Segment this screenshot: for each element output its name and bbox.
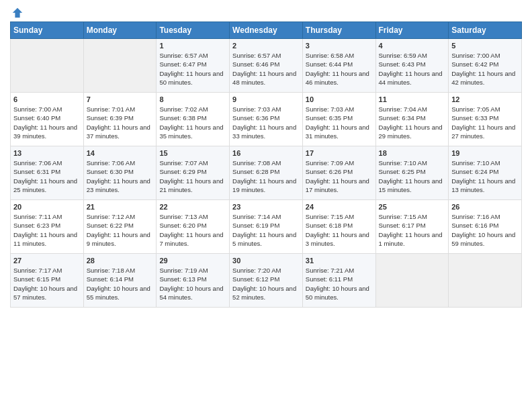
header-row: SundayMondayTuesdayWednesdayThursdayFrid… <box>11 22 522 39</box>
day-number: 26 <box>451 203 519 211</box>
day-info: Sunrise: 7:10 AM Sunset: 6:25 PM Dayligh… <box>379 158 446 194</box>
calendar-cell <box>11 39 84 93</box>
header-cell-monday: Monday <box>83 22 157 39</box>
calendar-cell: 2Sunrise: 6:57 AM Sunset: 6:46 PM Daylig… <box>230 39 303 93</box>
day-number: 3 <box>306 42 373 50</box>
day-number: 1 <box>159 42 226 50</box>
day-number: 29 <box>159 257 226 265</box>
day-info: Sunrise: 7:19 AM Sunset: 6:13 PM Dayligh… <box>159 266 226 302</box>
day-number: 27 <box>13 257 81 265</box>
calendar-cell: 21Sunrise: 7:12 AM Sunset: 6:22 PM Dayli… <box>83 200 157 254</box>
day-info: Sunrise: 6:58 AM Sunset: 6:44 PM Dayligh… <box>306 51 373 87</box>
day-info: Sunrise: 7:12 AM Sunset: 6:22 PM Dayligh… <box>87 212 154 248</box>
calendar-cell: 11Sunrise: 7:04 AM Sunset: 6:34 PM Dayli… <box>375 93 449 146</box>
day-info: Sunrise: 7:16 AM Sunset: 6:16 PM Dayligh… <box>451 212 519 248</box>
calendar-cell: 14Sunrise: 7:06 AM Sunset: 6:30 PM Dayli… <box>83 146 157 200</box>
day-number: 2 <box>232 42 300 50</box>
day-info: Sunrise: 7:13 AM Sunset: 6:20 PM Dayligh… <box>159 212 226 248</box>
calendar-cell: 24Sunrise: 7:15 AM Sunset: 6:18 PM Dayli… <box>302 200 375 254</box>
day-number: 15 <box>159 149 226 157</box>
calendar-cell: 13Sunrise: 7:06 AM Sunset: 6:31 PM Dayli… <box>11 146 84 200</box>
day-info: Sunrise: 7:00 AM Sunset: 6:40 PM Dayligh… <box>13 105 81 140</box>
week-row-2: 13Sunrise: 7:06 AM Sunset: 6:31 PM Dayli… <box>11 146 522 200</box>
calendar-cell <box>375 254 449 308</box>
calendar-cell: 27Sunrise: 7:17 AM Sunset: 6:15 PM Dayli… <box>11 254 84 308</box>
day-number: 10 <box>306 95 373 103</box>
day-number: 14 <box>87 149 154 157</box>
header <box>10 7 522 16</box>
logo-text <box>10 7 24 19</box>
calendar-cell: 23Sunrise: 7:14 AM Sunset: 6:19 PM Dayli… <box>230 200 303 254</box>
header-cell-tuesday: Tuesday <box>157 22 230 39</box>
day-number: 24 <box>306 203 373 211</box>
calendar-cell: 7Sunrise: 7:01 AM Sunset: 6:39 PM Daylig… <box>83 93 157 146</box>
calendar-cell: 15Sunrise: 7:07 AM Sunset: 6:29 PM Dayli… <box>157 146 230 200</box>
header-cell-thursday: Thursday <box>302 22 375 39</box>
day-number: 5 <box>451 42 519 50</box>
calendar-cell: 29Sunrise: 7:19 AM Sunset: 6:13 PM Dayli… <box>157 254 230 308</box>
day-info: Sunrise: 7:07 AM Sunset: 6:29 PM Dayligh… <box>159 158 226 194</box>
day-number: 23 <box>232 203 300 211</box>
day-number: 6 <box>13 95 81 103</box>
calendar-table: SundayMondayTuesdayWednesdayThursdayFrid… <box>10 21 522 308</box>
day-number: 19 <box>451 149 519 157</box>
day-info: Sunrise: 7:03 AM Sunset: 6:35 PM Dayligh… <box>306 105 373 140</box>
logo <box>10 7 24 16</box>
calendar-cell: 10Sunrise: 7:03 AM Sunset: 6:35 PM Dayli… <box>302 93 375 146</box>
day-info: Sunrise: 7:05 AM Sunset: 6:33 PM Dayligh… <box>451 105 519 140</box>
day-info: Sunrise: 6:57 AM Sunset: 6:47 PM Dayligh… <box>159 51 226 87</box>
header-cell-saturday: Saturday <box>449 22 522 39</box>
day-info: Sunrise: 7:14 AM Sunset: 6:19 PM Dayligh… <box>232 212 300 248</box>
calendar-cell: 8Sunrise: 7:02 AM Sunset: 6:38 PM Daylig… <box>157 93 230 146</box>
calendar-cell: 4Sunrise: 6:59 AM Sunset: 6:43 PM Daylig… <box>375 39 449 93</box>
calendar-cell: 18Sunrise: 7:10 AM Sunset: 6:25 PM Dayli… <box>375 146 449 200</box>
svg-marker-0 <box>13 8 22 17</box>
header-cell-friday: Friday <box>375 22 449 39</box>
week-row-3: 20Sunrise: 7:11 AM Sunset: 6:23 PM Dayli… <box>11 200 522 254</box>
calendar-cell: 16Sunrise: 7:08 AM Sunset: 6:28 PM Dayli… <box>230 146 303 200</box>
logo-icon <box>11 7 24 19</box>
day-info: Sunrise: 7:15 AM Sunset: 6:17 PM Dayligh… <box>379 212 446 248</box>
day-number: 16 <box>232 149 300 157</box>
day-info: Sunrise: 7:11 AM Sunset: 6:23 PM Dayligh… <box>13 212 81 248</box>
header-cell-sunday: Sunday <box>11 22 84 39</box>
day-number: 17 <box>306 149 373 157</box>
day-number: 9 <box>232 95 300 103</box>
calendar-cell: 6Sunrise: 7:00 AM Sunset: 6:40 PM Daylig… <box>11 93 84 146</box>
day-number: 12 <box>451 95 519 103</box>
calendar-cell: 12Sunrise: 7:05 AM Sunset: 6:33 PM Dayli… <box>449 93 522 146</box>
day-info: Sunrise: 7:00 AM Sunset: 6:42 PM Dayligh… <box>451 51 519 87</box>
day-info: Sunrise: 7:04 AM Sunset: 6:34 PM Dayligh… <box>379 105 446 140</box>
calendar-cell: 22Sunrise: 7:13 AM Sunset: 6:20 PM Dayli… <box>157 200 230 254</box>
day-number: 22 <box>159 203 226 211</box>
day-number: 31 <box>306 257 373 265</box>
calendar-cell: 17Sunrise: 7:09 AM Sunset: 6:26 PM Dayli… <box>302 146 375 200</box>
day-info: Sunrise: 7:15 AM Sunset: 6:18 PM Dayligh… <box>306 212 373 248</box>
day-info: Sunrise: 7:21 AM Sunset: 6:11 PM Dayligh… <box>306 266 373 302</box>
day-number: 18 <box>379 149 446 157</box>
day-info: Sunrise: 7:06 AM Sunset: 6:30 PM Dayligh… <box>87 158 154 194</box>
day-info: Sunrise: 7:17 AM Sunset: 6:15 PM Dayligh… <box>13 266 81 302</box>
calendar-body: 1Sunrise: 6:57 AM Sunset: 6:47 PM Daylig… <box>11 39 522 308</box>
day-info: Sunrise: 6:57 AM Sunset: 6:46 PM Dayligh… <box>232 51 300 87</box>
day-info: Sunrise: 7:20 AM Sunset: 6:12 PM Dayligh… <box>232 266 300 302</box>
day-number: 8 <box>159 95 226 103</box>
day-number: 20 <box>13 203 81 211</box>
day-info: Sunrise: 6:59 AM Sunset: 6:43 PM Dayligh… <box>379 51 446 87</box>
day-number: 21 <box>87 203 154 211</box>
day-info: Sunrise: 7:08 AM Sunset: 6:28 PM Dayligh… <box>232 158 300 194</box>
day-number: 28 <box>87 257 154 265</box>
calendar-cell: 20Sunrise: 7:11 AM Sunset: 6:23 PM Dayli… <box>11 200 84 254</box>
day-info: Sunrise: 7:10 AM Sunset: 6:24 PM Dayligh… <box>451 158 519 194</box>
day-number: 13 <box>13 149 81 157</box>
day-info: Sunrise: 7:06 AM Sunset: 6:31 PM Dayligh… <box>13 158 81 194</box>
calendar-cell: 25Sunrise: 7:15 AM Sunset: 6:17 PM Dayli… <box>375 200 449 254</box>
day-info: Sunrise: 7:03 AM Sunset: 6:36 PM Dayligh… <box>232 105 300 140</box>
day-info: Sunrise: 7:18 AM Sunset: 6:14 PM Dayligh… <box>87 266 154 302</box>
week-row-0: 1Sunrise: 6:57 AM Sunset: 6:47 PM Daylig… <box>11 39 522 93</box>
day-number: 7 <box>87 95 154 103</box>
day-info: Sunrise: 7:01 AM Sunset: 6:39 PM Dayligh… <box>87 105 154 140</box>
day-number: 30 <box>232 257 300 265</box>
week-row-4: 27Sunrise: 7:17 AM Sunset: 6:15 PM Dayli… <box>11 254 522 308</box>
calendar-cell: 1Sunrise: 6:57 AM Sunset: 6:47 PM Daylig… <box>157 39 230 93</box>
